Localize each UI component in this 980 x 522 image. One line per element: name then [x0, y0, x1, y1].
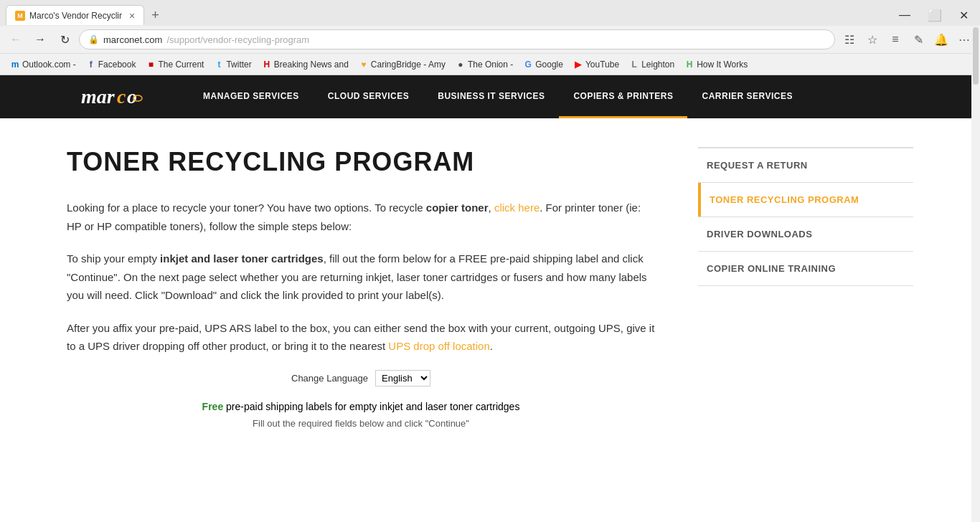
bookmark-label-caringbridge: CaringBridge - Amy — [371, 60, 446, 70]
forward-button[interactable]: → — [30, 29, 50, 49]
window-controls: — ⬜ ✕ — [893, 7, 974, 24]
close-button[interactable]: ✕ — [953, 7, 974, 24]
bookmark-the-current[interactable]: ■The Current — [141, 56, 208, 73]
paragraph-1: Looking for a place to recycle your tone… — [67, 199, 655, 235]
bookmark-favicon-the-current: ■ — [146, 60, 156, 70]
browser-chrome: M Marco's Vendor Recyclir × + — ⬜ ✕ ← → … — [0, 0, 980, 75]
bookmark-favicon-outlook: m — [10, 60, 20, 70]
paragraph-2: To ship your empty inkjet and laser tone… — [67, 250, 655, 305]
nav-item-carrier[interactable]: CARRIER SERVICES — [687, 75, 806, 118]
bookmark-favicon-facebook: f — [86, 60, 96, 70]
bookmark-label-youtube: YouTube — [585, 60, 619, 70]
inkjet-laser-bold: inkjet and laser toner cartridges — [160, 252, 324, 265]
maximize-button[interactable]: ⬜ — [922, 7, 948, 24]
sidebar-link-driver-downloads[interactable]: DRIVER DOWNLOADS — [698, 217, 913, 251]
bookmark-google[interactable]: GGoogle — [519, 56, 567, 73]
bookmark-label-the-onion: The Onion - — [468, 60, 513, 70]
bookmark-favicon-the-onion: ● — [456, 60, 466, 70]
toolbar-icons: ☷ ☆ ≡ ✎ 🔔 ⋯ — [839, 29, 974, 49]
bookmark-label-breaking-news: Breaking News and — [274, 60, 349, 70]
active-tab[interactable]: M Marco's Vendor Recyclir × — [6, 5, 144, 25]
sidebar-item-driver-downloads: DRIVER DOWNLOADS — [698, 217, 913, 252]
nav-item-business-it[interactable]: BUSINESS IT SERVICES — [423, 75, 559, 118]
reader-view-button[interactable]: ☷ — [839, 29, 859, 49]
free-shipping-section: Free pre-paid shipping labels for empty … — [67, 401, 655, 429]
sidebar-item-copier-training: COPIER ONLINE TRAINING — [698, 252, 913, 286]
paragraph-1-pre: Looking for a place to recycle your tone… — [67, 201, 426, 214]
lock-icon: 🔒 — [88, 34, 99, 44]
bookmark-breaking-news[interactable]: HBreaking News and — [258, 56, 353, 73]
svg-text:M: M — [17, 12, 23, 19]
address-bar[interactable]: 🔒 marconet.com/support/vendor-recycling-… — [79, 29, 835, 49]
bookmark-label-twitter: Twitter — [226, 60, 251, 70]
nav-item-copiers[interactable]: COPIERS & PRINTERS — [559, 75, 687, 118]
bookmark-label-the-current: The Current — [158, 60, 204, 70]
nav-item-cloud[interactable]: CLOUD SERVICES — [314, 75, 423, 118]
nav-item-managed[interactable]: MANAGED SERVICES — [189, 75, 314, 118]
bookmark-favicon-twitter: t — [214, 60, 224, 70]
bookmark-the-onion[interactable]: ●The Onion - — [451, 56, 517, 73]
ups-drop-off-link[interactable]: UPS drop off location — [388, 340, 489, 352]
scrollbar-thumb[interactable] — [973, 27, 979, 85]
page-title: TONER RECYCLING PROGRAM — [67, 147, 655, 177]
tab-bar: M Marco's Vendor Recyclir × + — ⬜ ✕ — [0, 0, 980, 26]
bookmark-leighton[interactable]: LLeighton — [625, 56, 679, 73]
bookmark-favicon-youtube: ▶ — [573, 60, 583, 70]
bookmark-twitter[interactable]: tTwitter — [209, 56, 255, 73]
bookmarks-bar: mOutlook.com -fFacebook■The CurrenttTwit… — [0, 53, 980, 75]
bookmark-favicon-leighton: L — [629, 60, 639, 70]
bookmark-favicon-caringbridge: ♥ — [359, 60, 369, 70]
svg-text:c: c — [117, 85, 126, 108]
bookmark-label-facebook: Facebook — [98, 60, 136, 70]
address-bar-row: ← → ↻ 🔒 marconet.com/support/vendor-recy… — [0, 26, 980, 53]
svg-text:mar: mar — [81, 85, 116, 108]
bookmark-favicon-how-it-works: H — [684, 60, 694, 70]
copier-toner-text: copier toner — [426, 201, 489, 214]
paragraph-3-end: . — [490, 340, 493, 352]
change-language-row: Change Language English Spanish French — [67, 370, 655, 386]
sidebar: REQUEST A RETURNTONER RECYCLING PROGRAMD… — [684, 118, 913, 457]
sidebar-menu: REQUEST A RETURNTONER RECYCLING PROGRAMD… — [698, 147, 913, 286]
refresh-button[interactable]: ↻ — [55, 29, 75, 49]
scrollbar[interactable] — [971, 26, 980, 457]
bookmark-youtube[interactable]: ▶YouTube — [569, 56, 623, 73]
bookmark-outlook[interactable]: mOutlook.com - — [6, 56, 80, 73]
site-logo: mar c o — [74, 80, 160, 114]
site-header: mar c o MANAGED SERVICESCLOUD SERVICESBU… — [0, 75, 980, 118]
bookmark-how-it-works[interactable]: HHow It Works — [680, 56, 752, 73]
address-url-path: /support/vendor-recycling-program — [166, 34, 309, 45]
bookmark-label-outlook: Outlook.com - — [22, 60, 76, 70]
bookmark-label-leighton: Leighton — [641, 60, 674, 70]
change-language-label: Change Language — [291, 373, 368, 384]
bookmark-favicon-google: G — [523, 60, 533, 70]
notifications-button[interactable]: 🔔 — [931, 29, 951, 49]
click-here-link[interactable]: click here — [494, 201, 540, 214]
sidebar-link-copier-training[interactable]: COPIER ONLINE TRAINING — [698, 252, 913, 285]
sidebar-link-request-return[interactable]: REQUEST A RETURN — [698, 148, 913, 182]
sidebar-link-toner-recycling[interactable]: TONER RECYCLING PROGRAM — [698, 183, 913, 217]
nav-menu: MANAGED SERVICESCLOUD SERVICESBUSINESS I… — [189, 75, 807, 118]
free-shipping-line: Free pre-paid shipping labels for empty … — [67, 401, 655, 412]
tab-close-button[interactable]: × — [129, 10, 135, 22]
bookmark-caringbridge[interactable]: ♥CaringBridge - Amy — [354, 56, 450, 73]
bookmark-label-how-it-works: How It Works — [697, 60, 748, 70]
paragraph-3: After you affix your pre-paid, UPS ARS l… — [67, 319, 655, 356]
fill-note: Fill out the required fields below and c… — [67, 418, 655, 429]
site-nav: mar c o MANAGED SERVICESCLOUD SERVICESBU… — [60, 75, 920, 118]
free-desc: pre-paid shipping labels for empty inkje… — [223, 401, 519, 412]
main-content: TONER RECYCLING PROGRAM Looking for a pl… — [67, 118, 684, 457]
favorites-button[interactable]: ☆ — [862, 29, 882, 49]
new-tab-button[interactable]: + — [147, 8, 164, 23]
svg-text:o: o — [127, 85, 137, 108]
language-select[interactable]: English Spanish French — [375, 370, 430, 386]
paragraph-3-pre: After you affix your pre-paid, UPS ARS l… — [67, 322, 654, 353]
address-url-prefix: marconet.com — [103, 34, 162, 45]
back-button[interactable]: ← — [6, 29, 26, 49]
bookmark-favicon-breaking-news: H — [262, 60, 272, 70]
minimize-button[interactable]: — — [893, 7, 916, 23]
bookmark-facebook[interactable]: fFacebook — [82, 56, 141, 73]
menu-button[interactable]: ≡ — [885, 29, 905, 49]
free-label: Free — [202, 401, 224, 412]
edit-button[interactable]: ✎ — [908, 29, 928, 49]
tab-title: Marco's Vendor Recyclir — [29, 11, 122, 21]
